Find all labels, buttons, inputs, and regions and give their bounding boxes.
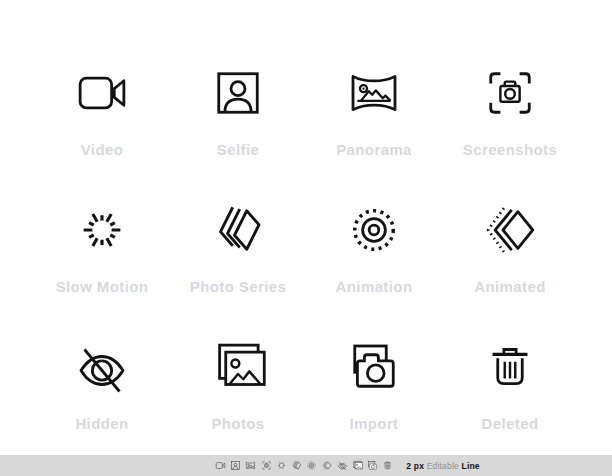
footer-photo-series-icon [291, 460, 302, 471]
slow-motion-icon [74, 202, 130, 258]
footer-animation-icon [306, 460, 317, 471]
photo-series-icon [210, 202, 266, 258]
icon-card-slow-motion: Slow Motion [34, 182, 170, 319]
footer-photos-icon [352, 460, 363, 471]
icon-label-screenshots: Screenshots [463, 141, 557, 158]
icon-card-photo-series: Photo Series [170, 182, 306, 319]
icon-card-import: Import [306, 319, 442, 456]
icon-card-photos: Photos [170, 319, 306, 456]
stroke-style-note: 2 px Editable Line [406, 461, 480, 471]
footer-import-icon [367, 460, 378, 471]
footer-slow-motion-icon [276, 460, 287, 471]
hidden-eye-icon [74, 339, 130, 395]
import-camera-icon [346, 339, 402, 395]
line-word: Line [462, 461, 480, 471]
icon-card-panorama: Panorama [306, 45, 442, 182]
icon-grid: Video Selfie Panorama Screenshots Slow M… [34, 45, 578, 456]
icon-card-animated: Animated [442, 182, 578, 319]
icon-label-hidden: Hidden [75, 415, 128, 432]
animated-icon [482, 202, 538, 258]
icon-card-animation: Animation [306, 182, 442, 319]
deleted-trash-icon [482, 339, 538, 395]
footer-video-icon [215, 460, 226, 471]
footer-panorama-icon [245, 460, 256, 471]
icon-card-deleted: Deleted [442, 319, 578, 456]
editable-word: Editable [427, 461, 459, 471]
icon-label-selfie: Selfie [217, 141, 259, 158]
footer-animated-icon [321, 460, 332, 471]
selfie-icon [210, 65, 266, 121]
icon-label-animation: Animation [336, 278, 413, 295]
icon-card-selfie: Selfie [170, 45, 306, 182]
icon-label-photos: Photos [211, 415, 264, 432]
icon-label-photo-series: Photo Series [190, 278, 287, 295]
icon-card-hidden: Hidden [34, 319, 170, 456]
icon-label-slow-motion: Slow Motion [56, 278, 149, 295]
animation-icon [346, 202, 402, 258]
icon-label-deleted: Deleted [482, 415, 539, 432]
screenshots-icon [482, 65, 538, 121]
footer-hidden-eye-icon [337, 460, 348, 471]
icon-card-video: Video [34, 45, 170, 182]
footer-deleted-icon [382, 460, 393, 471]
stroke-width-value: 2 px [406, 461, 424, 471]
icon-card-screenshots: Screenshots [442, 45, 578, 182]
icon-label-import: Import [349, 415, 398, 432]
footer-screenshots-icon [261, 460, 272, 471]
icon-label-animated: Animated [474, 278, 546, 295]
photos-icon [210, 339, 266, 395]
footer-bar: 2 px Editable Line [0, 455, 612, 476]
footer-selfie-icon [230, 460, 241, 471]
icon-label-video: Video [81, 141, 124, 158]
video-icon [74, 65, 130, 121]
icon-label-panorama: Panorama [336, 141, 412, 158]
panorama-icon [346, 65, 402, 121]
